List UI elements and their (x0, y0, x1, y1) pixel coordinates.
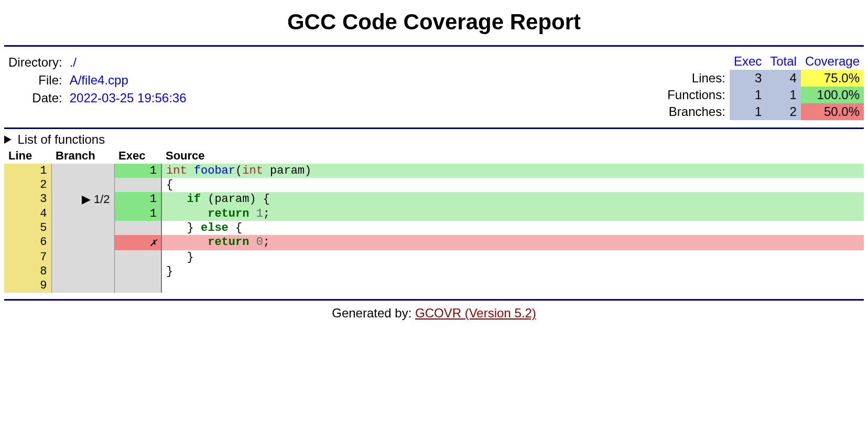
functions-toggle[interactable]: List of functions (4, 132, 864, 147)
col-header-line: Line (4, 148, 51, 164)
summary-row-label: Branches: (663, 103, 730, 120)
source-line: 7 } (4, 250, 864, 264)
summary-exec: 1 (730, 103, 766, 120)
line-number: 3 (4, 192, 51, 207)
exec-count (114, 250, 161, 264)
line-number: 4 (4, 207, 51, 221)
col-header-exec: Exec (114, 148, 161, 164)
branch-cell (51, 235, 114, 250)
summary-total: 1 (766, 87, 801, 103)
gcovr-link[interactable]: GCOVR (Version 5.2) (415, 306, 536, 320)
source-line: 11int foobar(int param) (4, 164, 864, 178)
generated-by-label: Generated by: (332, 306, 415, 320)
summary-coverage: 50.0% (801, 103, 864, 120)
summary-row-label: Lines: (663, 70, 730, 87)
summary-section: Directory: ./ File: A/file4.cpp Date: 20… (4, 47, 864, 127)
file-link[interactable]: A/file4.cpp (70, 73, 128, 87)
source-code: } else { (161, 221, 864, 235)
page-title: GCC Code Coverage Report (4, 9, 864, 35)
exec-count: 1 (114, 164, 161, 178)
line-number: 2 (4, 178, 51, 192)
branch-cell (51, 264, 114, 279)
line-number: 1 (4, 164, 51, 178)
col-header-branch: Branch (51, 148, 114, 164)
line-number: 5 (4, 221, 51, 235)
source-code: return 0; (161, 235, 864, 250)
branch-cell (51, 250, 114, 264)
source-line: 8} (4, 264, 864, 279)
directory-label: Directory: (5, 54, 66, 71)
exec-count: 1 (114, 207, 161, 221)
source-listing: Line Branch Exec Source 11int foobar(int… (4, 148, 864, 293)
source-line: 5 } else { (4, 221, 864, 235)
source-line: 9 (4, 279, 864, 293)
source-code: int foobar(int param) (161, 164, 864, 178)
coverage-summary-table: Exec Total Coverage Lines:3475.0%Functio… (663, 53, 864, 120)
footer: Generated by: GCOVR (Version 5.2) (4, 306, 864, 321)
source-code: if (param) { (161, 192, 864, 207)
exec-count (114, 221, 161, 235)
summary-row-label: Functions: (663, 87, 730, 103)
summary-row: Functions:11100.0% (663, 87, 864, 103)
branch-cell (51, 207, 114, 221)
summary-header-total: Total (766, 53, 801, 70)
source-code: return 1; (161, 207, 864, 221)
exec-count (114, 264, 161, 279)
line-number: 6 (4, 235, 51, 250)
exec-count: ✗ (114, 235, 161, 250)
branch-cell[interactable]: ▶ 1/2 (51, 192, 114, 207)
col-header-source: Source (161, 148, 864, 164)
exec-count (114, 178, 161, 192)
branch-cell (51, 221, 114, 235)
source-line: 2{ (4, 178, 864, 192)
summary-row: Lines:3475.0% (663, 70, 864, 87)
branch-cell (51, 164, 114, 178)
divider (4, 127, 864, 129)
summary-row: Branches:1250.0% (663, 103, 864, 120)
source-line: 41 return 1; (4, 207, 864, 221)
source-code (161, 279, 864, 293)
exec-count (114, 279, 161, 293)
summary-header-exec: Exec (730, 53, 766, 70)
source-line: 6✗ return 0; (4, 235, 864, 250)
date-value: 2022-03-25 19:56:36 (67, 90, 190, 106)
line-number: 9 (4, 279, 51, 293)
functions-toggle-label: List of functions (17, 132, 105, 146)
summary-coverage: 100.0% (801, 87, 864, 103)
line-number: 8 (4, 264, 51, 279)
summary-header-coverage: Coverage (801, 53, 864, 70)
exec-count: 1 (114, 192, 161, 207)
summary-total: 2 (766, 103, 801, 120)
source-code: } (161, 264, 864, 279)
line-number: 7 (4, 250, 51, 264)
summary-exec: 3 (730, 70, 766, 87)
meta-block: Directory: ./ File: A/file4.cpp Date: 20… (4, 53, 191, 120)
summary-exec: 1 (730, 87, 766, 103)
directory-value: ./ (67, 54, 190, 71)
source-code: } (161, 250, 864, 264)
source-code: { (161, 178, 864, 192)
date-label: Date: (5, 90, 66, 106)
summary-total: 4 (766, 70, 801, 87)
divider (4, 299, 864, 301)
branch-cell (51, 178, 114, 192)
source-line: 3▶ 1/21 if (param) { (4, 192, 864, 207)
file-label: File: (5, 72, 66, 89)
branch-cell (51, 279, 114, 293)
summary-coverage: 75.0% (801, 70, 864, 87)
